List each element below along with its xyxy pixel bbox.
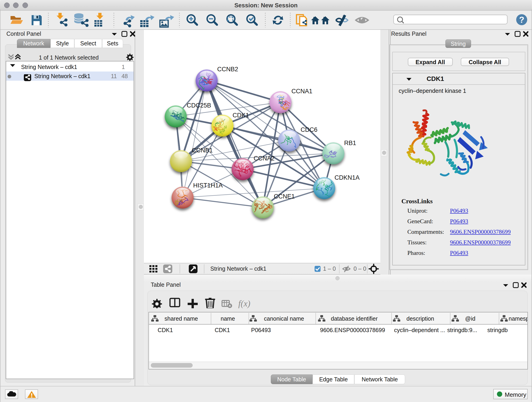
svg-text:shared name: shared name	[165, 315, 198, 322]
svg-text:CCNE1: CCNE1	[274, 193, 295, 200]
svg-text:CCNB2: CCNB2	[217, 66, 238, 73]
svg-text:CCNA1: CCNA1	[291, 88, 312, 95]
svg-text:String Network – cdk1: String Network – cdk1	[210, 265, 266, 272]
svg-text:f(x): f(x)	[238, 299, 250, 308]
svg-text:CDK1: CDK1	[233, 112, 249, 119]
svg-text:CDKN1A: CDKN1A	[335, 174, 360, 181]
svg-text:CCNA2: CCNA2	[254, 155, 275, 162]
svg-text:CCNB1: CCNB1	[192, 147, 213, 154]
svg-text:canonical name: canonical name	[264, 315, 304, 322]
svg-text:database identifier: database identifier	[331, 315, 378, 322]
svg-text:RB1: RB1	[344, 140, 356, 147]
svg-text:CDC25B: CDC25B	[187, 102, 211, 109]
svg-text:name: name	[221, 315, 235, 322]
svg-text:@id: @id	[465, 315, 475, 322]
svg-text:namespace: namespace	[509, 315, 527, 322]
svg-text:CDC6: CDC6	[301, 126, 317, 133]
svg-text:HIST1H1A: HIST1H1A	[193, 182, 223, 189]
svg-text:description: description	[406, 315, 434, 322]
svg-text:?: ?	[519, 15, 525, 25]
svg-text:1 – 0: 1 – 0	[323, 265, 336, 272]
svg-text:0 – 0: 0 – 0	[354, 265, 366, 272]
